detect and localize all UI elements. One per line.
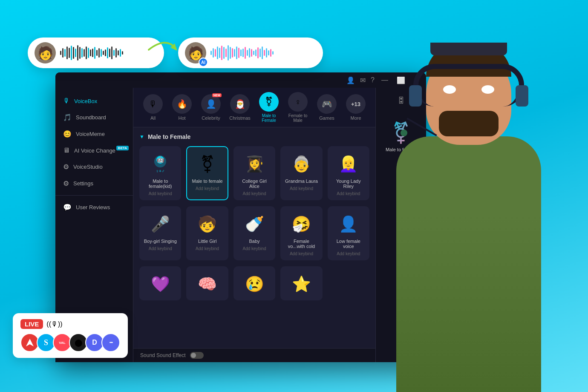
mail-icon[interactable]: ✉ xyxy=(360,76,366,84)
voice-card-low-female[interactable]: 👤 Low female voice Add keybind xyxy=(328,206,369,260)
category-label-hot: Hot xyxy=(178,115,185,121)
category-celebrity[interactable]: 👤 NEW Celebrity xyxy=(198,94,224,121)
section-header: ▼ Male to Female xyxy=(139,133,369,140)
category-icon-all: 🎙 xyxy=(143,94,163,114)
live-badge: LIVE ((🎙)) S VAL ⬤ D ··· xyxy=(13,313,128,358)
voice-icon-young-lady: 👱‍♀️ xyxy=(337,152,360,176)
voice-grid-row3: 💜 🧠 😢 ⭐ xyxy=(139,266,369,300)
sound-effect-toggle[interactable] xyxy=(190,352,204,359)
voice-name-male-to-female: Male to female xyxy=(192,179,223,184)
sidebar-item-voicememe[interactable]: 😊 VoiceMeme xyxy=(55,126,133,142)
live-apps-row: S VAL ⬤ D ··· xyxy=(20,333,120,352)
voice-card-male-to-female-kid[interactable]: ♀+♂ 🤖 Male to female(kid) Add keybind xyxy=(139,146,181,200)
voice-keybind-little-girl: Add keybind xyxy=(196,246,219,251)
sidebar-item-voicestudio[interactable]: ⚙ VoiceStudio xyxy=(55,159,133,175)
voice-icon-little-girl: 🧒 xyxy=(196,212,219,236)
sidebar-item-settings[interactable]: ⚙ Settings xyxy=(55,175,133,192)
waveform-after xyxy=(210,45,274,61)
voice-card-boy-girl-singing[interactable]: 🎤 Boy-girl Singing Add keybind xyxy=(139,206,181,260)
voice-keybind-grandma: Add keybind xyxy=(290,186,313,191)
sidebar-label-soundboard: Soundboard xyxy=(76,114,106,121)
voice-card-row3-4[interactable]: ⭐ xyxy=(280,266,322,300)
ai-voice-icon: 🖥 xyxy=(63,147,70,154)
right-panel-settings-icon[interactable]: 🎛 xyxy=(397,96,405,105)
sidebar-item-voicebox[interactable]: 🎙 VoiceBox xyxy=(55,93,133,109)
voice-card-college-girl[interactable]: 👩‍🎓 College Girl Alice Add keybind xyxy=(233,146,275,200)
category-hot[interactable]: 🔥 Hot xyxy=(169,94,195,121)
settings-icon: ⚙ xyxy=(63,179,69,187)
svg-text:♀+♂: ♀+♂ xyxy=(156,169,165,173)
voice-icon-boy-girl-singing: 🎤 xyxy=(148,212,172,236)
voice-area: ▼ Male to Female ♀+♂ 🤖 xyxy=(133,127,375,348)
bottom-bar: Sound Sound Effect xyxy=(133,348,375,362)
voice-keybind-male-to-female: Add keybind xyxy=(196,186,219,191)
category-male-to-female[interactable]: ⚧ Male toFemale xyxy=(256,92,282,123)
voice-keybind-young-lady: Add keybind xyxy=(337,191,360,196)
category-all[interactable]: 🎙 All xyxy=(140,94,166,121)
category-games[interactable]: 🎮 Games xyxy=(314,94,340,121)
category-label-male-to-female: Male toFemale xyxy=(262,113,276,123)
voice-name-grandma: Grandma Laura xyxy=(285,179,318,184)
voice-card-young-lady[interactable]: 👱‍♀️ Young Lady Riley Add keybind xyxy=(328,146,369,200)
help-icon[interactable]: ? xyxy=(371,76,375,84)
new-badge-celebrity: NEW xyxy=(212,93,222,97)
category-label-games: Games xyxy=(319,115,334,121)
sidebar-item-ai-voice[interactable]: 🖥 AI Voice Change BETA xyxy=(55,142,133,159)
user-icon[interactable]: 👤 xyxy=(346,76,355,84)
category-icon-male-to-female: ⚧ xyxy=(259,92,279,112)
beta-badge: BETA xyxy=(116,146,129,150)
category-label-all: All xyxy=(150,115,156,121)
voice-icon-grandma: 👵 xyxy=(289,152,313,176)
waveform-before xyxy=(60,45,123,61)
voice-name-college-girl: College Girl Alice xyxy=(238,179,271,189)
voice-name-baby: Baby xyxy=(249,239,260,244)
sidebar-label-ai-voice: AI Voice Change xyxy=(74,147,115,154)
voice-keybind-college-girl: Add keybind xyxy=(243,191,266,196)
category-icon-celebrity: 👤 NEW xyxy=(201,94,221,114)
voice-keybind-baby: Add keybind xyxy=(243,246,266,251)
voice-icon-baby: 🍼 xyxy=(242,212,266,236)
minimize-btn[interactable]: — xyxy=(380,76,390,84)
voicestudio-icon: ⚙ xyxy=(63,163,69,171)
maximize-btn[interactable]: ⬜ xyxy=(395,76,407,84)
title-bar: 👤 ✉ ? — ⬜ ✕ xyxy=(55,72,426,88)
mic-symbol: ((🎙)) xyxy=(46,320,62,328)
voice-name-young-lady: Young Lady Riley xyxy=(332,179,365,189)
category-more[interactable]: +13 More xyxy=(343,94,369,121)
sidebar-item-user-reviews[interactable]: 💬 User Reviews xyxy=(55,199,133,216)
category-label-more: More xyxy=(351,115,361,121)
voice-icon-row3-3: 😢 xyxy=(242,272,266,296)
sidebar-item-soundboard[interactable]: 🎵 Soundboard xyxy=(55,109,133,126)
sidebar-label-voicememe: VoiceMeme xyxy=(76,131,105,137)
sidebar-divider xyxy=(55,195,133,196)
voice-name-female-cold: Female vo...with cold xyxy=(285,239,318,249)
sidebar-label-reviews: User Reviews xyxy=(76,204,110,210)
reviews-icon: 💬 xyxy=(63,203,72,211)
ai-badge: AI xyxy=(199,58,208,67)
category-icon-hot: 🔥 xyxy=(172,94,192,114)
category-icon-christmas: 🎅 xyxy=(230,94,250,114)
voice-card-row3-2[interactable]: 🧠 xyxy=(186,266,228,300)
voice-card-grandma[interactable]: 👵 Grandma Laura Add keybind xyxy=(280,146,322,200)
voice-card-baby[interactable]: 🍼 Baby Add keybind xyxy=(233,206,275,260)
voice-card-row3-1[interactable]: 💜 xyxy=(139,266,181,300)
voice-card-little-girl[interactable]: 🧒 Little Girl Add keybind xyxy=(186,206,228,260)
svg-marker-5 xyxy=(26,339,34,346)
category-female-to-male[interactable]: ♀ Female toMale xyxy=(285,92,311,123)
voice-card-female-cold[interactable]: 🤧 Female vo...with cold Add keybind xyxy=(280,206,322,260)
voice-name-little-girl: Little Girl xyxy=(198,239,216,244)
voice-card-male-to-female[interactable]: ⚧ Male to female Add keybind xyxy=(186,146,228,200)
sidebar-label-voicestudio: VoiceStudio xyxy=(73,164,103,170)
voice-icon-row3-4: ⭐ xyxy=(289,272,313,296)
more-count: +13 xyxy=(351,101,360,107)
close-btn[interactable]: ✕ xyxy=(412,76,421,84)
category-label-female-to-male: Female toMale xyxy=(288,113,307,123)
sidebar-label-settings: Settings xyxy=(73,180,93,187)
category-christmas[interactable]: 🎅 Christmas xyxy=(227,94,253,121)
sidebar-label-voicebox: VoiceBox xyxy=(74,98,97,104)
voice-keybind-female-cold: Add keybind xyxy=(290,251,313,256)
voice-icon-male-to-female: ⚧ xyxy=(196,152,219,176)
main-content: 🎙 All 🔥 Hot 👤 NEW Celebrity 🎅 Christ xyxy=(133,88,375,362)
voice-name-boy-girl-singing: Boy-girl Singing xyxy=(144,239,177,244)
voice-card-row3-3[interactable]: 😢 xyxy=(233,266,275,300)
